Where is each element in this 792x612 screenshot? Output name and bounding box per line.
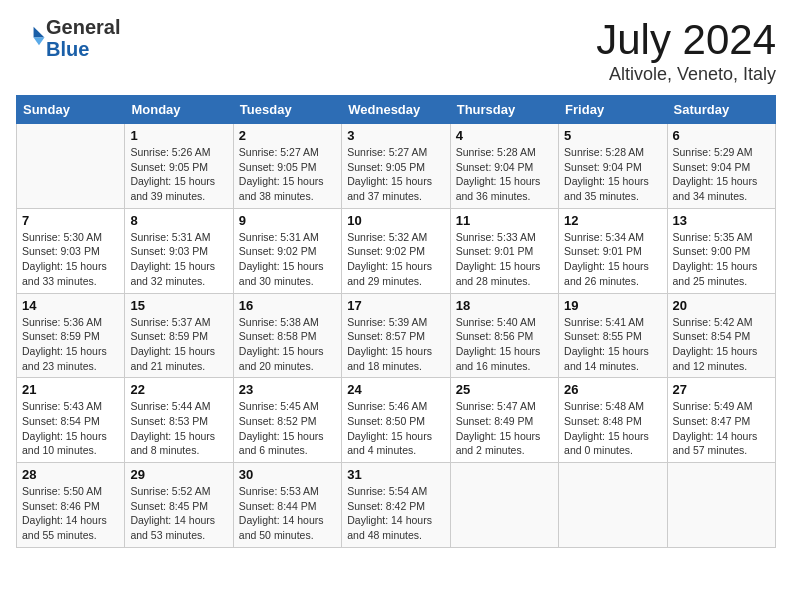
calendar-cell: 11Sunrise: 5:33 AMSunset: 9:01 PMDayligh… [450, 208, 558, 293]
day-detail: Sunrise: 5:53 AMSunset: 8:44 PMDaylight:… [239, 484, 336, 543]
day-detail: Sunrise: 5:48 AMSunset: 8:48 PMDaylight:… [564, 399, 661, 458]
day-detail: Sunrise: 5:43 AMSunset: 8:54 PMDaylight:… [22, 399, 119, 458]
svg-marker-0 [34, 27, 45, 38]
day-detail: Sunrise: 5:27 AMSunset: 9:05 PMDaylight:… [347, 145, 444, 204]
calendar-cell: 22Sunrise: 5:44 AMSunset: 8:53 PMDayligh… [125, 378, 233, 463]
calendar-cell [450, 463, 558, 548]
calendar-cell: 29Sunrise: 5:52 AMSunset: 8:45 PMDayligh… [125, 463, 233, 548]
calendar-cell: 4Sunrise: 5:28 AMSunset: 9:04 PMDaylight… [450, 124, 558, 209]
calendar-cell [667, 463, 775, 548]
day-number: 7 [22, 213, 119, 228]
calendar-cell: 20Sunrise: 5:42 AMSunset: 8:54 PMDayligh… [667, 293, 775, 378]
calendar-cell: 27Sunrise: 5:49 AMSunset: 8:47 PMDayligh… [667, 378, 775, 463]
day-detail: Sunrise: 5:32 AMSunset: 9:02 PMDaylight:… [347, 230, 444, 289]
col-header-wednesday: Wednesday [342, 96, 450, 124]
calendar-cell: 13Sunrise: 5:35 AMSunset: 9:00 PMDayligh… [667, 208, 775, 293]
day-detail: Sunrise: 5:29 AMSunset: 9:04 PMDaylight:… [673, 145, 770, 204]
day-number: 25 [456, 382, 553, 397]
calendar-cell: 2Sunrise: 5:27 AMSunset: 9:05 PMDaylight… [233, 124, 341, 209]
calendar-cell: 1Sunrise: 5:26 AMSunset: 9:05 PMDaylight… [125, 124, 233, 209]
title-block: July 2024 Altivole, Veneto, Italy [596, 16, 776, 85]
calendar-cell: 18Sunrise: 5:40 AMSunset: 8:56 PMDayligh… [450, 293, 558, 378]
day-detail: Sunrise: 5:54 AMSunset: 8:42 PMDaylight:… [347, 484, 444, 543]
calendar-cell: 31Sunrise: 5:54 AMSunset: 8:42 PMDayligh… [342, 463, 450, 548]
col-header-sunday: Sunday [17, 96, 125, 124]
day-detail: Sunrise: 5:42 AMSunset: 8:54 PMDaylight:… [673, 315, 770, 374]
month-title: July 2024 [596, 16, 776, 64]
day-number: 9 [239, 213, 336, 228]
day-number: 16 [239, 298, 336, 313]
day-detail: Sunrise: 5:27 AMSunset: 9:05 PMDaylight:… [239, 145, 336, 204]
calendar-cell [559, 463, 667, 548]
day-detail: Sunrise: 5:52 AMSunset: 8:45 PMDaylight:… [130, 484, 227, 543]
page-header: General Blue July 2024 Altivole, Veneto,… [16, 16, 776, 85]
logo: General Blue [16, 16, 120, 60]
day-detail: Sunrise: 5:28 AMSunset: 9:04 PMDaylight:… [564, 145, 661, 204]
col-header-thursday: Thursday [450, 96, 558, 124]
day-number: 20 [673, 298, 770, 313]
day-detail: Sunrise: 5:26 AMSunset: 9:05 PMDaylight:… [130, 145, 227, 204]
calendar-cell: 7Sunrise: 5:30 AMSunset: 9:03 PMDaylight… [17, 208, 125, 293]
calendar-cell: 21Sunrise: 5:43 AMSunset: 8:54 PMDayligh… [17, 378, 125, 463]
day-detail: Sunrise: 5:49 AMSunset: 8:47 PMDaylight:… [673, 399, 770, 458]
calendar-week-row: 14Sunrise: 5:36 AMSunset: 8:59 PMDayligh… [17, 293, 776, 378]
svg-marker-1 [34, 38, 45, 46]
calendar-cell: 17Sunrise: 5:39 AMSunset: 8:57 PMDayligh… [342, 293, 450, 378]
day-number: 24 [347, 382, 444, 397]
calendar-week-row: 7Sunrise: 5:30 AMSunset: 9:03 PMDaylight… [17, 208, 776, 293]
day-number: 1 [130, 128, 227, 143]
day-number: 31 [347, 467, 444, 482]
day-number: 29 [130, 467, 227, 482]
location-title: Altivole, Veneto, Italy [596, 64, 776, 85]
calendar-cell: 25Sunrise: 5:47 AMSunset: 8:49 PMDayligh… [450, 378, 558, 463]
day-detail: Sunrise: 5:45 AMSunset: 8:52 PMDaylight:… [239, 399, 336, 458]
day-detail: Sunrise: 5:40 AMSunset: 8:56 PMDaylight:… [456, 315, 553, 374]
day-detail: Sunrise: 5:30 AMSunset: 9:03 PMDaylight:… [22, 230, 119, 289]
day-number: 5 [564, 128, 661, 143]
calendar-cell: 19Sunrise: 5:41 AMSunset: 8:55 PMDayligh… [559, 293, 667, 378]
calendar-cell: 15Sunrise: 5:37 AMSunset: 8:59 PMDayligh… [125, 293, 233, 378]
day-detail: Sunrise: 5:47 AMSunset: 8:49 PMDaylight:… [456, 399, 553, 458]
day-number: 23 [239, 382, 336, 397]
day-number: 18 [456, 298, 553, 313]
day-number: 13 [673, 213, 770, 228]
day-number: 22 [130, 382, 227, 397]
day-number: 12 [564, 213, 661, 228]
calendar-cell: 14Sunrise: 5:36 AMSunset: 8:59 PMDayligh… [17, 293, 125, 378]
day-detail: Sunrise: 5:44 AMSunset: 8:53 PMDaylight:… [130, 399, 227, 458]
day-number: 10 [347, 213, 444, 228]
calendar-week-row: 1Sunrise: 5:26 AMSunset: 9:05 PMDaylight… [17, 124, 776, 209]
logo-icon [18, 22, 46, 50]
day-number: 14 [22, 298, 119, 313]
calendar-cell: 5Sunrise: 5:28 AMSunset: 9:04 PMDaylight… [559, 124, 667, 209]
day-detail: Sunrise: 5:37 AMSunset: 8:59 PMDaylight:… [130, 315, 227, 374]
calendar-cell: 9Sunrise: 5:31 AMSunset: 9:02 PMDaylight… [233, 208, 341, 293]
calendar-cell: 10Sunrise: 5:32 AMSunset: 9:02 PMDayligh… [342, 208, 450, 293]
logo-blue-text: Blue [46, 38, 89, 60]
day-detail: Sunrise: 5:31 AMSunset: 9:03 PMDaylight:… [130, 230, 227, 289]
day-detail: Sunrise: 5:50 AMSunset: 8:46 PMDaylight:… [22, 484, 119, 543]
calendar-cell: 3Sunrise: 5:27 AMSunset: 9:05 PMDaylight… [342, 124, 450, 209]
day-number: 21 [22, 382, 119, 397]
calendar-cell: 24Sunrise: 5:46 AMSunset: 8:50 PMDayligh… [342, 378, 450, 463]
day-number: 11 [456, 213, 553, 228]
day-detail: Sunrise: 5:41 AMSunset: 8:55 PMDaylight:… [564, 315, 661, 374]
col-header-friday: Friday [559, 96, 667, 124]
calendar-cell: 6Sunrise: 5:29 AMSunset: 9:04 PMDaylight… [667, 124, 775, 209]
day-detail: Sunrise: 5:34 AMSunset: 9:01 PMDaylight:… [564, 230, 661, 289]
day-number: 17 [347, 298, 444, 313]
day-number: 26 [564, 382, 661, 397]
calendar-cell: 16Sunrise: 5:38 AMSunset: 8:58 PMDayligh… [233, 293, 341, 378]
day-number: 28 [22, 467, 119, 482]
calendar-cell: 28Sunrise: 5:50 AMSunset: 8:46 PMDayligh… [17, 463, 125, 548]
day-detail: Sunrise: 5:39 AMSunset: 8:57 PMDaylight:… [347, 315, 444, 374]
col-header-monday: Monday [125, 96, 233, 124]
day-number: 30 [239, 467, 336, 482]
day-number: 19 [564, 298, 661, 313]
calendar-cell: 30Sunrise: 5:53 AMSunset: 8:44 PMDayligh… [233, 463, 341, 548]
day-detail: Sunrise: 5:36 AMSunset: 8:59 PMDaylight:… [22, 315, 119, 374]
calendar-header-row: SundayMondayTuesdayWednesdayThursdayFrid… [17, 96, 776, 124]
day-number: 4 [456, 128, 553, 143]
col-header-saturday: Saturday [667, 96, 775, 124]
calendar-table: SundayMondayTuesdayWednesdayThursdayFrid… [16, 95, 776, 548]
